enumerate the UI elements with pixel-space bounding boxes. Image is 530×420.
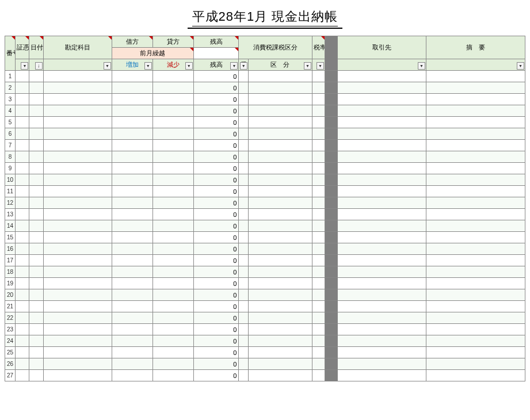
cell-account[interactable] xyxy=(43,197,112,209)
filter-icon[interactable] xyxy=(317,62,324,70)
cell-memo[interactable] xyxy=(426,94,525,105)
cell-debit[interactable] xyxy=(112,82,153,94)
cell-memo[interactable] xyxy=(426,289,525,301)
cell-tax-category[interactable] xyxy=(248,209,312,220)
cell-tax-category[interactable] xyxy=(248,358,312,370)
cell-tax-idx[interactable] xyxy=(239,94,248,105)
cell-account[interactable] xyxy=(43,163,112,174)
cell-date[interactable] xyxy=(29,312,43,324)
cell-account[interactable] xyxy=(43,71,112,82)
col-tax-idx[interactable]: 番 xyxy=(239,59,248,71)
filter-icon[interactable] xyxy=(240,62,247,70)
cell-account[interactable] xyxy=(43,347,112,358)
cell-account[interactable] xyxy=(43,301,112,312)
cell-voucher[interactable] xyxy=(16,163,29,174)
cell-customer[interactable] xyxy=(338,243,426,255)
cell-date[interactable] xyxy=(29,117,43,128)
cell-tax-category[interactable] xyxy=(248,163,312,174)
cell-credit[interactable] xyxy=(152,197,193,209)
cell-tax-rate[interactable] xyxy=(312,117,325,128)
cell-credit[interactable] xyxy=(152,140,193,151)
cell-tax-rate[interactable] xyxy=(312,94,325,105)
cell-debit[interactable] xyxy=(112,232,153,243)
cell-memo[interactable] xyxy=(426,163,525,174)
cell-credit[interactable] xyxy=(152,220,193,232)
cell-voucher[interactable] xyxy=(16,174,29,186)
cell-tax-idx[interactable] xyxy=(239,289,248,301)
cell-tax-rate[interactable] xyxy=(312,266,325,278)
cell-tax-rate[interactable] xyxy=(312,278,325,289)
cell-account[interactable] xyxy=(43,140,112,151)
cell-tax-category[interactable] xyxy=(248,186,312,197)
cell-debit[interactable] xyxy=(112,312,153,324)
cell-debit[interactable] xyxy=(112,335,153,347)
cell-date[interactable] xyxy=(29,266,43,278)
cell-tax-category[interactable] xyxy=(248,140,312,151)
cell-account[interactable] xyxy=(43,243,112,255)
cell-tax-idx[interactable] xyxy=(239,220,248,232)
cell-customer[interactable] xyxy=(338,278,426,289)
cell-tax-rate[interactable] xyxy=(312,324,325,335)
cell-date[interactable] xyxy=(29,232,43,243)
cell-customer[interactable] xyxy=(338,140,426,151)
cell-date[interactable] xyxy=(29,128,43,140)
cell-customer[interactable] xyxy=(338,117,426,128)
cell-tax-idx[interactable] xyxy=(239,232,248,243)
filter-icon[interactable] xyxy=(304,62,311,70)
cell-tax-rate[interactable] xyxy=(312,209,325,220)
cell-credit[interactable] xyxy=(152,94,193,105)
cell-tax-idx[interactable] xyxy=(239,105,248,117)
cell-date[interactable] xyxy=(29,358,43,370)
cell-voucher[interactable] xyxy=(16,197,29,209)
cell-memo[interactable] xyxy=(426,71,525,82)
cell-tax-category[interactable] xyxy=(248,220,312,232)
cell-credit[interactable] xyxy=(152,128,193,140)
filter-tax-rate[interactable] xyxy=(312,59,325,71)
cell-voucher[interactable] xyxy=(16,220,29,232)
cell-debit[interactable] xyxy=(112,128,153,140)
cell-memo[interactable] xyxy=(426,335,525,347)
cell-voucher[interactable] xyxy=(16,347,29,358)
cell-memo[interactable] xyxy=(426,220,525,232)
col-decrease[interactable]: 減少 xyxy=(152,59,193,71)
cell-customer[interactable] xyxy=(338,335,426,347)
cell-date[interactable] xyxy=(29,370,43,381)
cell-account[interactable] xyxy=(43,324,112,335)
cell-date[interactable] xyxy=(29,220,43,232)
cell-voucher[interactable] xyxy=(16,209,29,220)
cell-debit[interactable] xyxy=(112,278,153,289)
cell-debit[interactable] xyxy=(112,197,153,209)
cell-account[interactable] xyxy=(43,289,112,301)
cell-tax-rate[interactable] xyxy=(312,232,325,243)
cell-voucher[interactable] xyxy=(16,232,29,243)
cell-account[interactable] xyxy=(43,312,112,324)
cell-tax-rate[interactable] xyxy=(312,301,325,312)
cell-debit[interactable] xyxy=(112,370,153,381)
cell-tax-category[interactable] xyxy=(248,289,312,301)
cell-account[interactable] xyxy=(43,220,112,232)
cell-date[interactable] xyxy=(29,71,43,82)
cell-tax-rate[interactable] xyxy=(312,105,325,117)
filter-account[interactable] xyxy=(43,59,112,71)
cell-date[interactable] xyxy=(29,140,43,151)
cell-voucher[interactable] xyxy=(16,82,29,94)
cell-credit[interactable] xyxy=(152,335,193,347)
cell-tax-idx[interactable] xyxy=(239,243,248,255)
cell-credit[interactable] xyxy=(152,347,193,358)
cell-tax-idx[interactable] xyxy=(239,278,248,289)
cell-memo[interactable] xyxy=(426,266,525,278)
cell-memo[interactable] xyxy=(426,243,525,255)
cell-tax-rate[interactable] xyxy=(312,312,325,324)
cell-credit[interactable] xyxy=(152,278,193,289)
cell-memo[interactable] xyxy=(426,197,525,209)
cell-date[interactable] xyxy=(29,347,43,358)
cell-memo[interactable] xyxy=(426,324,525,335)
cell-customer[interactable] xyxy=(338,301,426,312)
cell-account[interactable] xyxy=(43,151,112,163)
cell-tax-idx[interactable] xyxy=(239,301,248,312)
cell-account[interactable] xyxy=(43,370,112,381)
cell-tax-category[interactable] xyxy=(248,197,312,209)
cell-memo[interactable] xyxy=(426,174,525,186)
cell-voucher[interactable] xyxy=(16,312,29,324)
cell-date[interactable] xyxy=(29,243,43,255)
